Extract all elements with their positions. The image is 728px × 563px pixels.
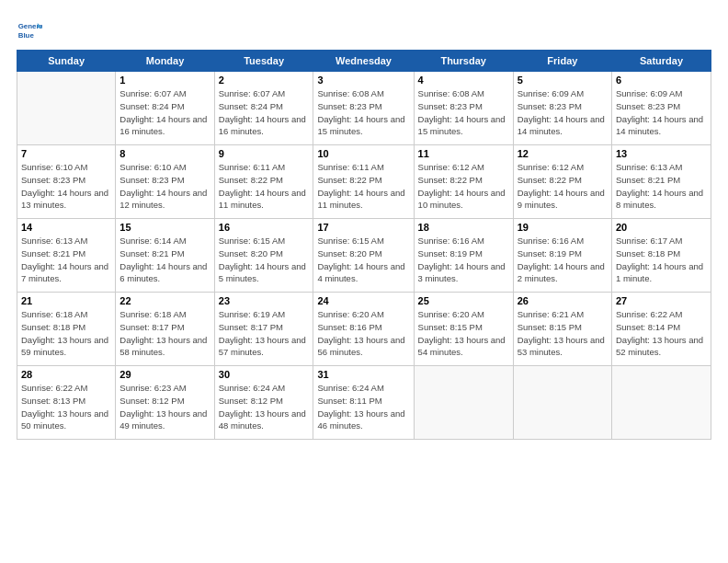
day-info: Sunrise: 6:07 AMSunset: 8:24 PMDaylight:… xyxy=(119,87,210,138)
day-number: 11 xyxy=(418,148,509,159)
day-number: 22 xyxy=(119,295,210,306)
day-info: Sunrise: 6:09 AMSunset: 8:23 PMDaylight:… xyxy=(616,87,707,138)
day-header: Saturday xyxy=(612,51,711,72)
calendar-cell: 6Sunrise: 6:09 AMSunset: 8:23 PMDaylight… xyxy=(612,72,711,145)
day-number: 5 xyxy=(518,75,608,86)
day-number: 30 xyxy=(219,369,310,380)
day-info: Sunrise: 6:07 AMSunset: 8:24 PMDaylight:… xyxy=(219,87,310,138)
day-info: Sunrise: 6:16 AMSunset: 8:19 PMDaylight:… xyxy=(418,235,509,285)
day-header: Friday xyxy=(513,51,611,72)
day-number: 20 xyxy=(616,222,707,233)
calendar-cell xyxy=(414,366,513,440)
calendar-page: General Blue SundayMondayTuesdayWednesda… xyxy=(0,0,728,449)
calendar-cell: 27Sunrise: 6:22 AMSunset: 8:14 PMDayligh… xyxy=(612,293,711,366)
calendar-week-row: 1Sunrise: 6:07 AMSunset: 8:24 PMDaylight… xyxy=(17,72,711,145)
calendar-header-row: SundayMondayTuesdayWednesdayThursdayFrid… xyxy=(17,51,711,72)
day-number: 7 xyxy=(21,148,111,159)
day-info: Sunrise: 6:23 AMSunset: 8:12 PMDaylight:… xyxy=(119,382,210,432)
day-info: Sunrise: 6:22 AMSunset: 8:14 PMDaylight:… xyxy=(616,308,707,359)
calendar-cell: 4Sunrise: 6:08 AMSunset: 8:23 PMDaylight… xyxy=(414,72,513,145)
day-number: 21 xyxy=(21,295,111,306)
day-number: 3 xyxy=(317,75,409,86)
day-info: Sunrise: 6:17 AMSunset: 8:18 PMDaylight:… xyxy=(616,235,707,285)
day-number: 6 xyxy=(616,75,707,86)
calendar-body: 1Sunrise: 6:07 AMSunset: 8:24 PMDaylight… xyxy=(17,72,711,440)
day-number: 10 xyxy=(317,148,409,159)
day-header: Thursday xyxy=(414,51,513,72)
calendar-table: SundayMondayTuesdayWednesdayThursdayFrid… xyxy=(17,50,711,440)
day-info: Sunrise: 6:13 AMSunset: 8:21 PMDaylight:… xyxy=(21,235,111,285)
calendar-cell: 28Sunrise: 6:22 AMSunset: 8:13 PMDayligh… xyxy=(17,366,116,440)
day-info: Sunrise: 6:08 AMSunset: 8:23 PMDaylight:… xyxy=(418,87,509,138)
calendar-week-row: 28Sunrise: 6:22 AMSunset: 8:13 PMDayligh… xyxy=(17,366,711,440)
calendar-cell: 17Sunrise: 6:15 AMSunset: 8:20 PMDayligh… xyxy=(313,219,414,293)
day-number: 1 xyxy=(119,75,210,86)
day-info: Sunrise: 6:11 AMSunset: 8:22 PMDaylight:… xyxy=(317,161,409,212)
day-info: Sunrise: 6:18 AMSunset: 8:18 PMDaylight:… xyxy=(21,308,111,359)
day-number: 28 xyxy=(21,369,111,380)
calendar-cell: 12Sunrise: 6:12 AMSunset: 8:22 PMDayligh… xyxy=(513,145,611,219)
day-info: Sunrise: 6:21 AMSunset: 8:15 PMDaylight:… xyxy=(518,308,608,359)
logo: General Blue xyxy=(17,17,46,42)
calendar-cell: 15Sunrise: 6:14 AMSunset: 8:21 PMDayligh… xyxy=(116,219,214,293)
calendar-cell: 16Sunrise: 6:15 AMSunset: 8:20 PMDayligh… xyxy=(214,219,313,293)
day-header: Monday xyxy=(116,51,214,72)
day-number: 27 xyxy=(616,295,707,306)
calendar-cell: 14Sunrise: 6:13 AMSunset: 8:21 PMDayligh… xyxy=(17,219,116,293)
day-number: 17 xyxy=(317,222,409,233)
calendar-cell: 22Sunrise: 6:18 AMSunset: 8:17 PMDayligh… xyxy=(116,293,214,366)
day-info: Sunrise: 6:12 AMSunset: 8:22 PMDaylight:… xyxy=(418,161,509,212)
calendar-cell: 24Sunrise: 6:20 AMSunset: 8:16 PMDayligh… xyxy=(313,293,414,366)
day-info: Sunrise: 6:14 AMSunset: 8:21 PMDaylight:… xyxy=(119,235,210,285)
calendar-week-row: 7Sunrise: 6:10 AMSunset: 8:23 PMDaylight… xyxy=(17,145,711,219)
day-header: Sunday xyxy=(17,51,116,72)
day-info: Sunrise: 6:24 AMSunset: 8:12 PMDaylight:… xyxy=(219,382,310,432)
day-number: 4 xyxy=(418,75,509,86)
calendar-week-row: 21Sunrise: 6:18 AMSunset: 8:18 PMDayligh… xyxy=(17,293,711,366)
day-info: Sunrise: 6:18 AMSunset: 8:17 PMDaylight:… xyxy=(119,308,210,359)
day-number: 24 xyxy=(317,295,409,306)
calendar-cell xyxy=(17,72,116,145)
day-info: Sunrise: 6:11 AMSunset: 8:22 PMDaylight:… xyxy=(219,161,310,212)
day-header: Tuesday xyxy=(214,51,313,72)
calendar-header: General Blue xyxy=(17,17,711,42)
day-number: 9 xyxy=(219,148,310,159)
day-number: 8 xyxy=(119,148,210,159)
calendar-cell: 18Sunrise: 6:16 AMSunset: 8:19 PMDayligh… xyxy=(414,219,513,293)
day-info: Sunrise: 6:10 AMSunset: 8:23 PMDaylight:… xyxy=(119,161,210,212)
day-info: Sunrise: 6:20 AMSunset: 8:16 PMDaylight:… xyxy=(317,308,409,359)
day-number: 12 xyxy=(518,148,608,159)
day-info: Sunrise: 6:19 AMSunset: 8:17 PMDaylight:… xyxy=(219,308,310,359)
day-number: 14 xyxy=(21,222,111,233)
day-info: Sunrise: 6:22 AMSunset: 8:13 PMDaylight:… xyxy=(21,382,111,432)
calendar-cell: 23Sunrise: 6:19 AMSunset: 8:17 PMDayligh… xyxy=(214,293,313,366)
day-info: Sunrise: 6:12 AMSunset: 8:22 PMDaylight:… xyxy=(518,161,608,212)
calendar-cell: 25Sunrise: 6:20 AMSunset: 8:15 PMDayligh… xyxy=(414,293,513,366)
day-info: Sunrise: 6:24 AMSunset: 8:11 PMDaylight:… xyxy=(317,382,409,432)
day-number: 15 xyxy=(119,222,210,233)
calendar-cell: 9Sunrise: 6:11 AMSunset: 8:22 PMDaylight… xyxy=(214,145,313,219)
svg-text:Blue: Blue xyxy=(18,31,35,40)
day-number: 19 xyxy=(518,222,608,233)
day-number: 26 xyxy=(518,295,608,306)
calendar-cell: 11Sunrise: 6:12 AMSunset: 8:22 PMDayligh… xyxy=(414,145,513,219)
day-info: Sunrise: 6:10 AMSunset: 8:23 PMDaylight:… xyxy=(21,161,111,212)
calendar-cell: 10Sunrise: 6:11 AMSunset: 8:22 PMDayligh… xyxy=(313,145,414,219)
day-number: 16 xyxy=(219,222,310,233)
calendar-cell: 1Sunrise: 6:07 AMSunset: 8:24 PMDaylight… xyxy=(116,72,214,145)
day-number: 13 xyxy=(616,148,707,159)
calendar-cell: 26Sunrise: 6:21 AMSunset: 8:15 PMDayligh… xyxy=(513,293,611,366)
day-number: 29 xyxy=(119,369,210,380)
calendar-cell: 19Sunrise: 6:16 AMSunset: 8:19 PMDayligh… xyxy=(513,219,611,293)
day-number: 31 xyxy=(317,369,409,380)
logo-icon: General Blue xyxy=(17,17,42,42)
calendar-cell: 3Sunrise: 6:08 AMSunset: 8:23 PMDaylight… xyxy=(313,72,414,145)
day-info: Sunrise: 6:20 AMSunset: 8:15 PMDaylight:… xyxy=(418,308,509,359)
day-number: 2 xyxy=(219,75,310,86)
calendar-cell: 20Sunrise: 6:17 AMSunset: 8:18 PMDayligh… xyxy=(612,219,711,293)
calendar-week-row: 14Sunrise: 6:13 AMSunset: 8:21 PMDayligh… xyxy=(17,219,711,293)
calendar-cell: 30Sunrise: 6:24 AMSunset: 8:12 PMDayligh… xyxy=(214,366,313,440)
day-info: Sunrise: 6:08 AMSunset: 8:23 PMDaylight:… xyxy=(317,87,409,138)
day-header: Wednesday xyxy=(313,51,414,72)
day-info: Sunrise: 6:15 AMSunset: 8:20 PMDaylight:… xyxy=(219,235,310,285)
